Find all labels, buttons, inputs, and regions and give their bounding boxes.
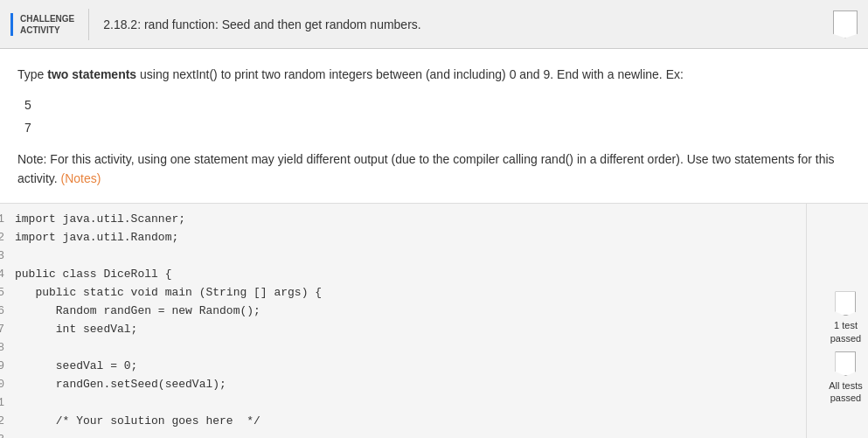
instructions-bold: two statements [47, 67, 136, 81]
test-1-icon [835, 291, 856, 316]
line-number: 12 [0, 413, 15, 431]
bookmark-icon[interactable] [833, 10, 858, 38]
activity-title: 2.18.2: rand function: Seed and then get… [103, 17, 833, 31]
badge-line2: ACTIVITY [20, 24, 74, 36]
code-editor: 1import java.util.Scanner;2import java.u… [0, 203, 868, 438]
line-content: int seedVal; [15, 321, 137, 339]
table-row: 11 [0, 394, 806, 413]
line-number: 1 [0, 211, 15, 229]
line-content: seedVal = 0; [15, 358, 137, 376]
example-line2: 7 [24, 117, 851, 139]
test-1-badge: 1 testpassed [830, 291, 861, 344]
line-content: randGen.setSeed(seedVal); [15, 376, 226, 394]
table-row: 13 [0, 431, 806, 438]
table-row: 3 [0, 247, 806, 266]
line-content: import java.util.Scanner; [15, 211, 185, 229]
all-tests-badge: All testspassed [829, 351, 863, 405]
table-row: 1import java.util.Scanner; [0, 211, 806, 229]
header-divider [88, 9, 89, 40]
all-tests-label: All testspassed [829, 379, 863, 405]
code-lines-area[interactable]: 1import java.util.Scanner;2import java.u… [0, 204, 806, 438]
table-row: 6 Random randGen = new Random(); [0, 302, 806, 321]
line-number: 9 [0, 358, 15, 376]
table-row: 10 randGen.setSeed(seedVal); [0, 376, 806, 394]
line-content: public class DiceRoll { [15, 266, 171, 284]
table-row: 5 public static void main (String [] arg… [0, 284, 806, 302]
line-number: 4 [0, 266, 15, 284]
line-content: /* Your solution goes here */ [15, 413, 260, 431]
table-row: 2import java.util.Random; [0, 229, 806, 247]
example-line1: 5 [24, 94, 851, 116]
notes-link[interactable]: (Notes) [58, 171, 101, 185]
line-content: import java.util.Random; [15, 229, 178, 247]
line-number: 6 [0, 302, 15, 321]
line-content: Random randGen = new Random(); [15, 302, 260, 321]
badge-line1: CHALLENGE [20, 13, 74, 24]
line-number: 13 [0, 431, 15, 438]
line-number: 3 [0, 247, 15, 266]
line-number: 2 [0, 229, 15, 247]
line-number: 8 [0, 339, 15, 358]
note-text: Note: For this activity, using one state… [17, 149, 851, 189]
header: CHALLENGE ACTIVITY 2.18.2: rand function… [0, 0, 868, 49]
line-content: public static void main (String [] args)… [15, 284, 322, 302]
table-row: 12 /* Your solution goes here */ [0, 413, 806, 431]
line-number: 5 [0, 284, 15, 302]
challenge-activity-badge: CHALLENGE ACTIVITY [10, 13, 74, 36]
test-results-panel: 1 testpassed All testspassed [806, 204, 868, 438]
instructions-text: Type two statements using nextInt() to p… [17, 65, 851, 84]
line-number: 11 [0, 394, 15, 413]
line-number: 7 [0, 321, 15, 339]
example-output: 5 7 [24, 94, 851, 138]
instructions-suffix: using nextInt() to print two random inte… [136, 67, 684, 81]
line-number: 10 [0, 376, 15, 394]
all-tests-icon [835, 351, 856, 376]
instructions-prefix: Type [17, 67, 47, 81]
table-row: 4public class DiceRoll { [0, 266, 806, 284]
table-row: 7 int seedVal; [0, 321, 806, 339]
content-area: Type two statements using nextInt() to p… [0, 49, 868, 189]
test-1-label: 1 testpassed [830, 319, 861, 344]
table-row: 9 seedVal = 0; [0, 358, 806, 376]
table-row: 8 [0, 339, 806, 358]
note-body: Note: For this activity, using one state… [17, 152, 835, 185]
